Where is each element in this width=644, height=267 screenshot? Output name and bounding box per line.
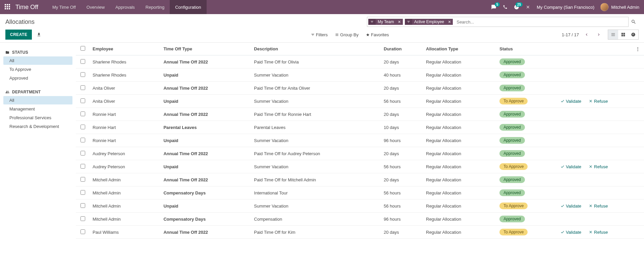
status-badge: Approved: [499, 124, 525, 131]
search-bar[interactable]: My Team×Active Employee×: [367, 17, 629, 27]
status-badge: To Approve: [499, 163, 528, 170]
facet-remove[interactable]: ×: [396, 19, 402, 25]
row-checkbox[interactable]: [80, 229, 85, 234]
status-item-approved[interactable]: Approved: [3, 74, 72, 82]
phone-icon[interactable]: [502, 4, 508, 10]
row-checkbox[interactable]: [80, 125, 85, 129]
col-duration[interactable]: Duration: [381, 43, 423, 55]
row-checkbox[interactable]: [80, 85, 85, 90]
col-status[interactable]: Status: [497, 43, 558, 55]
status-badge: Approved: [499, 150, 525, 157]
dept-item-research-development[interactable]: Research & Development: [3, 122, 72, 131]
facet-remove[interactable]: ×: [446, 19, 453, 25]
row-checkbox[interactable]: [80, 190, 85, 195]
row-checkbox[interactable]: [80, 138, 85, 142]
table-row[interactable]: Ronnie HartParental LeavesParental Leave…: [76, 121, 644, 134]
search-input[interactable]: [454, 19, 628, 25]
messages-icon[interactable]: 5: [491, 4, 496, 10]
table-row[interactable]: Audrey PetersonUnpaidSummer Vacation56 h…: [76, 160, 644, 173]
cell-alloc: Regular Allocation: [423, 95, 497, 108]
col-type[interactable]: Time Off Type: [161, 43, 251, 55]
row-checkbox[interactable]: [80, 164, 85, 169]
cell-type: Annual Time Off 2022: [161, 173, 251, 186]
refuse-button[interactable]: Refuse: [589, 230, 608, 235]
table-row[interactable]: Ronnie HartUnpaidSummer Vacation96 hours…: [76, 134, 644, 147]
debug-close-icon[interactable]: [525, 4, 531, 10]
refuse-button[interactable]: Refuse: [589, 204, 608, 209]
validate-button[interactable]: Validate: [560, 230, 581, 235]
dept-item-all[interactable]: All: [3, 96, 72, 104]
nav-overview[interactable]: Overview: [81, 0, 110, 14]
list-view-button[interactable]: [608, 30, 618, 39]
kanban-view-button[interactable]: [618, 30, 628, 39]
pager: 1-17 / 17: [562, 31, 603, 38]
search-icon[interactable]: [629, 19, 639, 25]
cell-employee: Anita Oliver: [90, 82, 161, 95]
table-row[interactable]: Mitchell AdminCompensatory DaysInternati…: [76, 186, 644, 199]
row-checkbox[interactable]: [80, 112, 85, 116]
export-icon[interactable]: [37, 32, 41, 37]
validate-button[interactable]: Validate: [560, 204, 581, 209]
pager-prev[interactable]: [582, 31, 591, 38]
cell-type: Unpaid: [161, 160, 251, 173]
columns-menu-icon[interactable]: ⋮: [634, 45, 641, 53]
user-menu[interactable]: Mitchell Admin: [600, 3, 639, 11]
cell-desc: Summer Vacation: [251, 199, 381, 213]
table-row[interactable]: Paul WilliamsAnnual Time Off 2022Paid Ti…: [76, 226, 644, 239]
nav-reporting[interactable]: Reporting: [140, 0, 170, 14]
nav-approvals[interactable]: Approvals: [110, 0, 140, 14]
col-employee[interactable]: Employee: [90, 43, 161, 55]
activity-icon[interactable]: 25: [514, 4, 519, 10]
select-all-checkbox[interactable]: [80, 46, 85, 51]
cell-employee: Paul Williams: [90, 226, 161, 239]
row-checkbox[interactable]: [80, 72, 85, 77]
nav-configuration[interactable]: Configuration: [170, 0, 206, 14]
nav-my-time-off[interactable]: My Time Off: [47, 0, 81, 14]
row-checkbox[interactable]: [80, 203, 85, 208]
filter-facet: Active Employee×: [405, 19, 453, 25]
row-checkbox[interactable]: [80, 216, 85, 221]
pager-text: 1-17 / 17: [562, 32, 579, 37]
apps-icon[interactable]: [5, 4, 11, 10]
company-switcher[interactable]: My Company (San Francisco): [537, 5, 594, 10]
table-row[interactable]: Audrey PetersonAnnual Time Off 2022Paid …: [76, 147, 644, 160]
status-item-all[interactable]: All: [3, 56, 72, 65]
user-name: Mitchell Admin: [611, 5, 639, 10]
validate-button[interactable]: Validate: [560, 164, 581, 169]
row-checkbox[interactable]: [80, 151, 85, 155]
table-row[interactable]: Anita OliverAnnual Time Off 2022Paid Tim…: [76, 82, 644, 95]
create-button[interactable]: CREATE: [5, 30, 32, 40]
dept-item-professional-services[interactable]: Professional Services: [3, 114, 72, 122]
row-checkbox[interactable]: [80, 59, 85, 64]
table-row[interactable]: Sharlene RhodesAnnual Time Off 2022Paid …: [76, 55, 644, 69]
table-row[interactable]: Mitchell AdminUnpaidSummer Vacation56 ho…: [76, 199, 644, 213]
refuse-button[interactable]: Refuse: [589, 164, 608, 169]
filters-button[interactable]: Filters: [311, 32, 328, 37]
table-row[interactable]: Mitchell AdminCompensatory DaysCompensat…: [76, 213, 644, 226]
cell-duration: 20 days: [381, 147, 423, 160]
table-row[interactable]: Ronnie HartAnnual Time Off 2022Paid Time…: [76, 108, 644, 121]
activity-view-button[interactable]: [628, 30, 638, 39]
table-row[interactable]: Sharlene RhodesUnpaidSummer Vacation40 h…: [76, 69, 644, 82]
table-row[interactable]: Mitchell AdminAnnual Time Off 2022Paid T…: [76, 173, 644, 186]
status-item-to-approve[interactable]: To Approve: [3, 65, 72, 74]
table-row[interactable]: Anita OliverUnpaidSummer Vacation56 hour…: [76, 95, 644, 108]
control-panel: Allocations My Team×Active Employee× CRE…: [0, 14, 644, 43]
cell-type: Unpaid: [161, 95, 251, 108]
status-badge: Approved: [499, 176, 525, 183]
col-alloc[interactable]: Allocation Type: [423, 43, 497, 55]
row-checkbox[interactable]: [80, 177, 85, 182]
refuse-button[interactable]: Refuse: [589, 99, 608, 104]
favorites-button[interactable]: Favorites: [366, 32, 389, 37]
col-desc[interactable]: Description: [251, 43, 381, 55]
groupby-button[interactable]: Group By: [335, 32, 359, 37]
cell-alloc: Regular Allocation: [423, 160, 497, 173]
cell-desc: Summer Vacation: [251, 160, 381, 173]
validate-button[interactable]: Validate: [560, 99, 581, 104]
dept-item-management[interactable]: Management: [3, 105, 72, 113]
cell-duration: 40 hours: [381, 69, 423, 82]
cell-employee: Audrey Peterson: [90, 160, 161, 173]
row-checkbox[interactable]: [80, 98, 85, 103]
cell-alloc: Regular Allocation: [423, 226, 497, 239]
pager-next[interactable]: [594, 31, 603, 38]
